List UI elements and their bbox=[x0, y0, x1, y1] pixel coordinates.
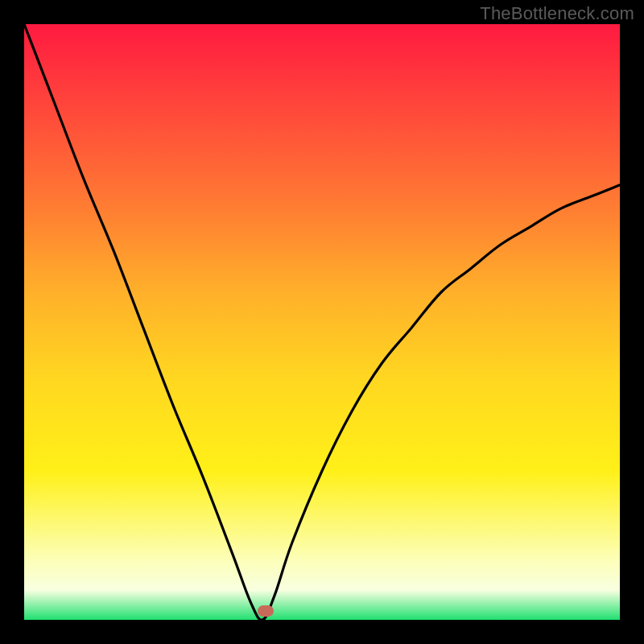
watermark-text: TheBottleneck.com bbox=[480, 3, 634, 24]
minimum-marker bbox=[258, 605, 274, 617]
chart-plot-area bbox=[24, 24, 620, 620]
